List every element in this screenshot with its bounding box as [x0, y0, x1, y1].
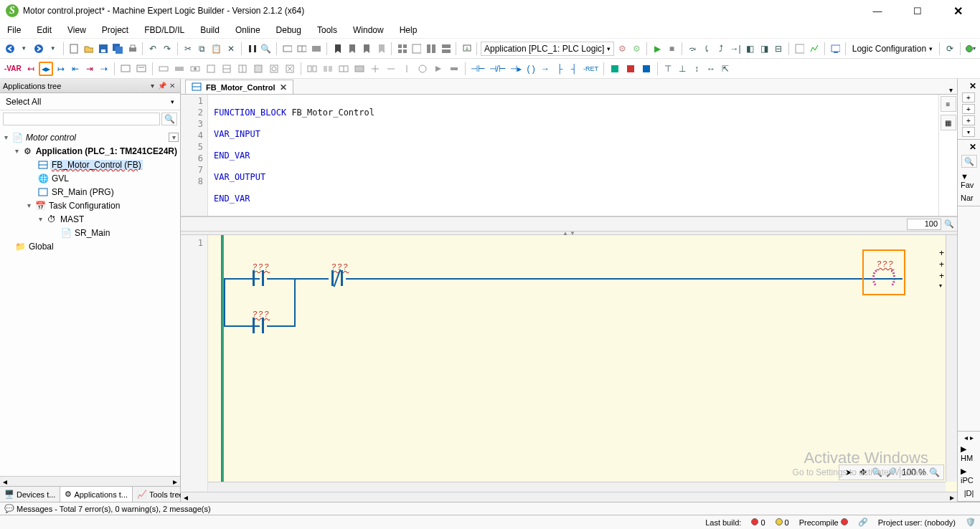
bp2-icon[interactable]: ◨ — [758, 42, 771, 56]
panel-pin-icon[interactable]: 📌 — [157, 81, 167, 91]
right-plus-2-icon[interactable]: + — [962, 104, 975, 114]
minimize-button[interactable]: — — [864, 4, 891, 18]
zoomin-icon[interactable]: 🔍 — [871, 466, 884, 479]
ld-align-b-icon[interactable]: ⊥ — [676, 62, 689, 76]
save-icon[interactable] — [96, 42, 109, 56]
ld-box6-icon[interactable] — [283, 62, 297, 76]
tree-srmain[interactable]: SR_Main — [73, 228, 111, 238]
menu-project[interactable]: Project — [102, 25, 128, 35]
menu-build[interactable]: Build — [200, 25, 220, 35]
ld-nav3-icon[interactable]: ↦ — [55, 62, 67, 76]
ld-var-icon[interactable]: -VAR — [3, 62, 23, 76]
stop-icon[interactable]: ■ — [665, 42, 678, 56]
ld-contact-n-icon[interactable]: ⊣/⊢ — [488, 62, 507, 76]
right-hm-label[interactable]: ▶ HM — [959, 443, 979, 464]
saveall-icon[interactable] — [110, 42, 123, 56]
ld-contact-icon[interactable]: ⊣⊢ — [469, 62, 486, 76]
zoom-fit-icon[interactable]: 🔍 — [928, 466, 941, 479]
tree-search-input[interactable] — [3, 113, 160, 125]
stepover-icon[interactable]: ⤼ — [686, 42, 699, 56]
menu-online[interactable]: Online — [235, 25, 260, 35]
decl-zoom-fit-icon[interactable]: 🔍 — [944, 219, 954, 229]
ld-align-e-icon[interactable]: ⇱ — [719, 62, 732, 76]
tabs-dropdown-icon[interactable]: ▾ — [945, 86, 957, 94]
panel-close-icon[interactable]: ✕ — [167, 81, 177, 91]
ld-conn-a-icon[interactable] — [368, 62, 382, 76]
ld-conn-e-icon[interactable] — [431, 62, 446, 76]
ld-contact-p-icon[interactable]: ⊣▸ — [509, 62, 523, 76]
coil-var[interactable]: ??? — [877, 259, 894, 268]
tree-gvl[interactable]: GVL — [50, 173, 70, 184]
tree-mast[interactable]: MAST — [59, 214, 85, 224]
open-icon[interactable] — [82, 42, 95, 56]
tree-root[interactable]: Motor control — [24, 133, 77, 143]
ld-box5-icon[interactable] — [267, 62, 281, 76]
decl-view-text-icon[interactable]: ≡ — [941, 96, 956, 112]
ld-view-b-icon[interactable] — [623, 62, 638, 76]
ld-nav2-icon[interactable]: ◂▸ — [39, 62, 53, 76]
ld-link-d-icon[interactable] — [352, 62, 367, 76]
tree[interactable]: ▾ 📄 Motor control ▾ ▾ ⚙ Application (PLC… — [0, 128, 180, 476]
right-search-icon[interactable]: 🔍 — [961, 155, 977, 168]
zoomout-icon[interactable]: 🔎 — [885, 466, 898, 479]
menu-window[interactable]: Window — [353, 25, 384, 35]
decl-zoom-value[interactable]: 100 — [907, 219, 941, 230]
grid3-icon[interactable] — [424, 42, 437, 56]
ld-box3-icon[interactable] — [235, 62, 250, 76]
ld-align-d-icon[interactable]: ↔ — [705, 62, 717, 76]
ld-conn-f-icon[interactable] — [447, 62, 461, 76]
ld-net1-icon[interactable] — [156, 62, 171, 76]
pan-icon[interactable]: ✥ — [857, 466, 870, 479]
nav-back-icon[interactable] — [3, 42, 16, 56]
ladder-hscroll[interactable] — [208, 482, 946, 492]
editor-tab-fb[interactable]: FB_Motor_Control ✕ — [185, 80, 293, 94]
ld-view-a-icon[interactable] — [608, 62, 622, 76]
find-icon[interactable] — [245, 42, 258, 56]
right-d-label[interactable]: |D| — [959, 487, 979, 499]
download-icon[interactable] — [460, 42, 473, 56]
menu-edit[interactable]: Edit — [37, 25, 52, 35]
contact-no-1[interactable] — [250, 270, 267, 286]
declaration-editor[interactable]: 12345678 FUNCTION_BLOCK FB_Motor_Control… — [181, 95, 957, 216]
ld-comment-b-icon[interactable] — [134, 62, 149, 76]
status-led-icon[interactable]: ▾ — [964, 42, 977, 56]
ladder-editor[interactable]: 1 ??? ??? ??? — [181, 235, 957, 492]
copy-icon[interactable]: ⧉ — [196, 42, 209, 56]
cut-icon[interactable]: ✂ — [182, 42, 194, 56]
panel-dropdown-icon[interactable]: ▾ — [147, 81, 157, 91]
ld-align-c-icon[interactable]: ↕ — [690, 62, 703, 76]
refresh-icon[interactable]: ⟳ — [943, 42, 956, 56]
ld-conn-c-icon[interactable] — [400, 62, 414, 76]
center-hscroll[interactable]: ◂▸ — [181, 492, 957, 502]
code-body[interactable]: FUNCTION_BLOCK FB_Motor_Control VAR_INPU… — [208, 95, 938, 216]
menu-tools[interactable]: Tools — [317, 25, 337, 35]
tree-sr[interactable]: SR_Main (PRG) — [50, 187, 116, 197]
app-context-drop[interactable]: Application [PLC_1: PLC Logic] ▾ — [481, 42, 614, 56]
ladder-insert-mid-icon[interactable]: + — [939, 259, 944, 270]
ld-view-c-icon[interactable] — [639, 62, 654, 76]
bookmark-clear-icon[interactable] — [374, 42, 387, 56]
menu-help[interactable]: Help — [400, 25, 418, 35]
ld-branch2-icon[interactable]: ┤ — [567, 62, 580, 76]
ladder-insert-top-icon[interactable]: + — [939, 248, 944, 258]
menu-fbdldil[interactable]: FBD/LD/IL — [144, 25, 184, 35]
right-nar-label[interactable]: Nar — [959, 192, 979, 204]
ld-conn-b-icon[interactable] — [384, 62, 398, 76]
ld-link-b-icon[interactable] — [321, 62, 335, 76]
stepin-icon[interactable]: ⤹ — [700, 42, 713, 56]
right-plus-3-icon[interactable]: + — [962, 115, 975, 125]
tree-taskcfg[interactable]: Task Configuration — [47, 201, 121, 211]
right-drop-1-icon[interactable]: ▾ — [962, 127, 975, 137]
grid1-icon[interactable] — [395, 42, 408, 56]
ld-branch-icon[interactable]: ├ — [553, 62, 566, 76]
tool-b-icon[interactable] — [295, 42, 308, 56]
ld-ret-icon[interactable]: -RET — [582, 62, 600, 76]
tree-fb[interactable]: FB_Motor_Control (FB) — [50, 160, 143, 170]
ld-nav1-icon[interactable]: ↤ — [24, 62, 37, 76]
nav-fwd-icon[interactable] — [32, 42, 44, 56]
close-button[interactable]: ✕ — [944, 4, 971, 18]
menu-debug[interactable]: Debug — [276, 25, 301, 35]
tool-c-icon[interactable] — [309, 42, 322, 56]
run-icon[interactable]: ▶ — [651, 42, 664, 56]
ld-link-c-icon[interactable] — [336, 62, 351, 76]
